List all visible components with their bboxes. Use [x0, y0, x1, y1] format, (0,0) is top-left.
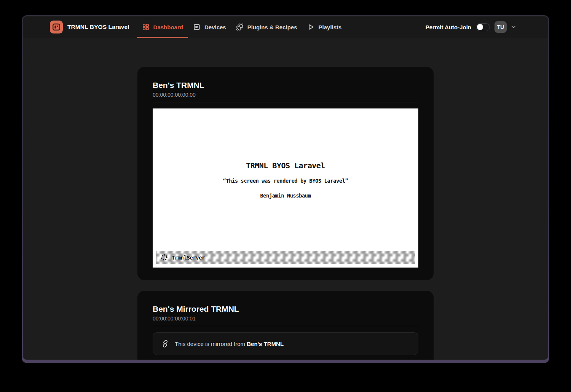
device-mac-address: 00:00:00:00:00:00 [153, 92, 418, 98]
toggle-knob [477, 24, 483, 30]
nav-right-controls: Permit Auto-Join TU [426, 21, 517, 33]
tab-playlists-label: Playlists [319, 24, 342, 30]
screen-title: TRMNL BYOS Laravel [153, 162, 418, 169]
device-card-bens-mirrored-trmnl: Ben's Mirrored TRMNL 00:00:00:00:00:01 T… [137, 291, 434, 360]
tab-plugins-recipes[interactable]: Plugins & Recipes [231, 16, 302, 38]
play-icon [307, 23, 315, 31]
tab-playlists[interactable]: Playlists [302, 16, 347, 38]
mirror-notice-text: This device is mirrored from Ben's TRMNL [175, 341, 284, 347]
top-nav: TRMNL BYOS Laravel Dashboard [23, 16, 548, 38]
screen-author: Benjamin Nussbaum [260, 193, 311, 200]
grid-icon [142, 23, 150, 31]
permit-auto-join-toggle[interactable] [476, 23, 490, 31]
card-divider [153, 102, 418, 102]
tab-dashboard[interactable]: Dashboard [137, 16, 188, 38]
tab-plugins-recipes-label: Plugins & Recipes [247, 24, 297, 30]
dashboard-content: Ben's TRMNL 00:00:00:00:00:00 TRMNL BYOS… [23, 38, 548, 360]
card-divider [153, 326, 418, 326]
tab-devices[interactable]: Devices [188, 16, 231, 38]
spinner-icon [160, 253, 168, 261]
app-window-content: TRMNL BYOS Laravel Dashboard [23, 16, 548, 360]
nav-tabs: Dashboard Devices [137, 16, 347, 38]
screen-status-bar: TrmnlServer [156, 251, 415, 264]
screen-author-wrap: Benjamin Nussbaum [153, 192, 418, 200]
mirror-notice: This device is mirrored from Ben's TRMNL [153, 332, 418, 355]
device-name: Ben's Mirrored TRMNL [153, 304, 418, 314]
device-mac-address: 00:00:00:00:00:01 [153, 316, 418, 322]
mirror-notice-prefix: This device is mirrored from [175, 341, 247, 347]
device-screen-preview: TRMNL BYOS Laravel “This screen was rend… [153, 108, 418, 268]
chevron-down-icon[interactable] [510, 24, 517, 30]
permit-auto-join-label: Permit Auto-Join [426, 24, 471, 30]
trmnl-logo-icon [50, 21, 63, 33]
screen-quote: “This screen was rendered by BYOS Larave… [153, 178, 418, 184]
puzzle-icon [236, 23, 244, 31]
screen-status-label: TrmnlServer [172, 255, 205, 261]
user-avatar[interactable]: TU [494, 21, 507, 33]
brand-name: TRMNL BYOS Laravel [67, 24, 129, 30]
device-name: Ben's TRMNL [153, 81, 418, 90]
mirror-source-device-link[interactable]: Ben's TRMNL [247, 341, 284, 347]
device-list-icon [193, 23, 201, 31]
link-icon [161, 339, 169, 348]
device-card-bens-trmnl: Ben's TRMNL 00:00:00:00:00:00 TRMNL BYOS… [137, 67, 434, 280]
app-window: TRMNL BYOS Laravel Dashboard [22, 15, 549, 363]
tab-dashboard-label: Dashboard [153, 24, 183, 30]
tab-devices-label: Devices [204, 24, 226, 30]
brand-home-link[interactable]: TRMNL BYOS Laravel [50, 21, 129, 33]
